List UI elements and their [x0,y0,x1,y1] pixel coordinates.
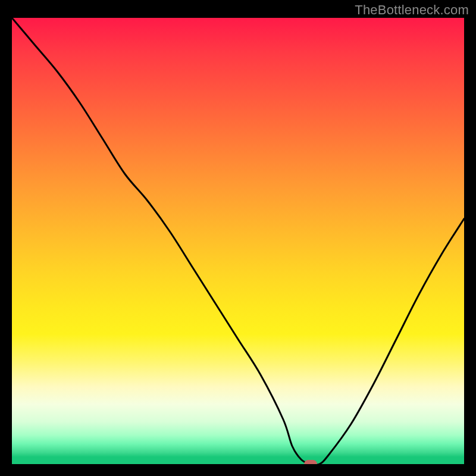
bottleneck-curve [12,18,464,464]
curve-path [12,18,464,464]
optimal-marker [304,460,317,464]
plot-area [12,18,464,464]
chart-frame: TheBottleneck.com [0,0,476,476]
watermark-text: TheBottleneck.com [355,2,469,18]
